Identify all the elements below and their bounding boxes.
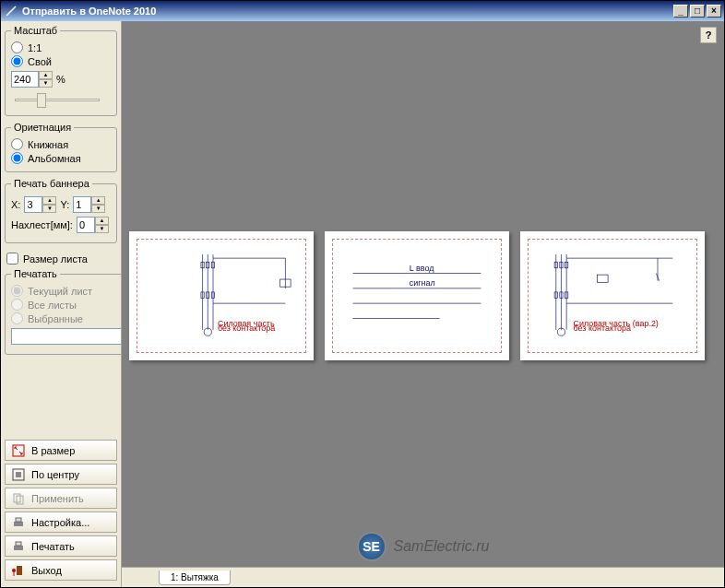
exit-icon [11, 563, 26, 578]
orientation-landscape-row[interactable]: Альбомная [11, 152, 111, 164]
scale-spinner[interactable]: ▲▼ [11, 71, 53, 88]
banner-y-spinner[interactable]: ▲▼ [73, 196, 105, 213]
preview-page-3[interactable]: Силовая часть (вар.2) без контактора [520, 231, 705, 360]
svg-rect-10 [17, 566, 22, 575]
sheet-size-label: Размер листа [23, 253, 88, 265]
scale-1to1-label: 1:1 [28, 42, 42, 53]
titlebar: Отправить в OneNote 2010 _ □ × [1, 1, 724, 21]
banner-y-input[interactable] [73, 196, 91, 213]
preview-area[interactable]: ? [122, 21, 724, 567]
center-icon [11, 467, 26, 482]
scale-up-arrow[interactable]: ▲ [39, 71, 53, 79]
preview-page-2[interactable]: L ввод сигнал [325, 231, 509, 360]
all-label: Все листы [28, 300, 77, 311]
overlap-spinner[interactable]: ▲▼ [77, 217, 109, 233]
schematic-1: Силовая часть без контактора [149, 251, 294, 341]
banner-overlap-row: Нахлест[мм]: ▲▼ [11, 217, 111, 233]
svg-rect-9 [16, 542, 21, 546]
fit-button[interactable]: В размер [5, 440, 117, 461]
page-border: Силовая часть (вар.2) без контактора [528, 239, 697, 353]
preview-page-1[interactable]: Силовая часть без контактора [129, 231, 314, 360]
svg-rect-6 [14, 522, 23, 526]
print-button[interactable]: Печатать [5, 535, 117, 557]
svg-point-11 [12, 569, 16, 572]
current-radio[interactable] [11, 285, 23, 297]
current-label: Текущий лист [28, 286, 92, 297]
minimize-button[interactable]: _ [673, 5, 688, 18]
fit-icon [11, 443, 26, 458]
orientation-portrait-row[interactable]: Книжная [11, 138, 111, 150]
printer-icon [11, 539, 26, 554]
y-down[interactable]: ▼ [91, 205, 105, 213]
preview-pages: Силовая часть без контактора [129, 231, 717, 360]
ov-down[interactable]: ▼ [95, 225, 109, 233]
slider-track [15, 99, 100, 101]
overlap-label: Нахлест[мм]: [11, 219, 73, 230]
watermark-text: SamElectric.ru [393, 538, 489, 555]
scale-custom-row[interactable]: Свой [11, 55, 111, 67]
watermark: SE SamElectric.ru [356, 532, 489, 561]
banner-xy-row: X: ▲▼ Y: ▲▼ [11, 196, 111, 213]
banner-x-spinner[interactable]: ▲▼ [24, 196, 56, 213]
svg-text:без контактора: без контактора [218, 323, 275, 333]
exit-label: Выход [31, 565, 62, 576]
sidebar: Масштаб 1:1 Свой ▲▼ % [1, 21, 121, 587]
banner-legend: Печать баннера [11, 178, 92, 189]
schematic-2: L ввод сигнал [344, 251, 490, 341]
scale-slider[interactable] [11, 91, 103, 110]
close-button[interactable]: × [707, 5, 721, 18]
setup-button[interactable]: Настройка... [5, 512, 117, 533]
center-button[interactable]: По центру [5, 464, 117, 485]
all-radio[interactable] [11, 299, 23, 311]
scale-1to1-radio[interactable] [11, 41, 23, 53]
slider-thumb[interactable] [37, 93, 46, 108]
scale-1to1-row[interactable]: 1:1 [11, 41, 111, 53]
help-button[interactable]: ? [700, 27, 717, 43]
svg-rect-3 [16, 472, 21, 477]
print-legend: Печатать [11, 268, 60, 279]
landscape-label: Альбомная [28, 153, 81, 164]
scale-custom-radio[interactable] [11, 55, 23, 67]
scale-input[interactable] [11, 71, 39, 88]
overlap-input[interactable] [77, 217, 95, 233]
selected-radio[interactable] [11, 312, 23, 324]
portrait-radio[interactable] [11, 138, 23, 150]
sheet-size-row[interactable]: Размер листа [6, 253, 115, 265]
scale-custom-label: Свой [28, 56, 52, 67]
portrait-label: Книжная [28, 139, 68, 150]
page-border: L ввод сигнал [332, 239, 502, 353]
svg-rect-1 [13, 445, 24, 456]
tabbar: 1: Вытяжка [122, 567, 724, 587]
exit-button[interactable]: Выход [5, 559, 117, 581]
scale-unit: % [56, 74, 65, 85]
orientation-legend: Ориетнация [11, 122, 74, 133]
scale-down-arrow[interactable]: ▼ [39, 79, 53, 88]
sheet-size-checkbox[interactable] [6, 253, 18, 265]
svg-rect-47 [598, 275, 608, 282]
selected-label: Выбранные [28, 313, 83, 324]
maximize-button[interactable]: □ [690, 5, 705, 18]
setup-label: Настройка... [31, 517, 89, 528]
scale-legend: Масштаб [11, 25, 60, 36]
scale-value-row: ▲▼ % [11, 71, 111, 88]
apply-label: Применить [31, 493, 84, 504]
sheet-tab[interactable]: 1: Вытяжка [159, 570, 231, 585]
ov-up[interactable]: ▲ [95, 217, 109, 225]
x-down[interactable]: ▼ [42, 205, 56, 213]
schematic-3: Силовая часть (вар.2) без контактора [540, 251, 685, 341]
fit-label: В размер [31, 445, 75, 456]
apply-icon [11, 491, 26, 506]
banner-x-input[interactable] [24, 196, 42, 213]
y-up[interactable]: ▲ [91, 196, 105, 205]
svg-text:сигнал: сигнал [410, 278, 435, 288]
svg-rect-7 [16, 518, 21, 522]
banner-group: Печать баннера X: ▲▼ Y: ▲▼ Нахлест[мм]: [5, 178, 117, 243]
x-up[interactable]: ▲ [42, 196, 56, 205]
page-border: Силовая часть без контактора [137, 239, 306, 353]
svg-line-0 [6, 6, 16, 16]
landscape-radio[interactable] [11, 152, 23, 164]
app-window: Отправить в OneNote 2010 _ □ × Масштаб 1… [0, 0, 725, 588]
watermark-logo: SE [356, 532, 386, 561]
app-icon [4, 4, 18, 18]
printer-setup-icon [11, 515, 26, 530]
